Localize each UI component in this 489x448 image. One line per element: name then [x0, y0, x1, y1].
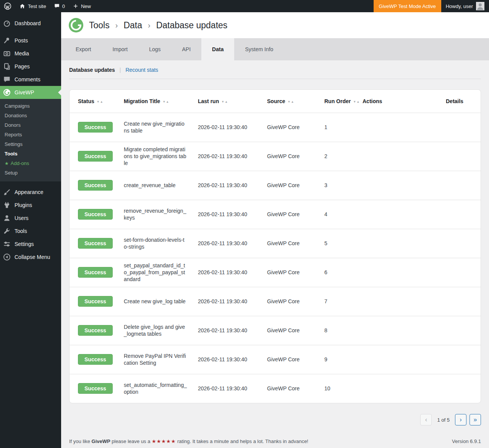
run-order-cell: 4 [316, 200, 354, 229]
sidebar-item-appearance[interactable]: Appearance [0, 186, 61, 199]
sidebar-item-comments[interactable]: Comments [0, 73, 61, 86]
sidebar-item-users[interactable]: Users [0, 212, 61, 225]
site-name: Test site [28, 3, 46, 9]
breadcrumb-current-page: Database updates [156, 20, 228, 31]
site-name-menu[interactable]: Test site [15, 0, 50, 12]
sidebar-item-label: Settings [15, 241, 34, 247]
run-order-cell: 8 [316, 316, 354, 345]
migrations-tbody: Success Create new give_migrations table… [70, 113, 481, 403]
migration-row: Success remove_revenue_foreign_keys 2026… [70, 200, 481, 229]
column-header-last-run[interactable]: Last run▼▲ [189, 90, 259, 113]
givewp-submenu: Campaigns Donations Donors Reports Setti… [0, 99, 61, 181]
tab-api[interactable]: API [172, 38, 202, 60]
avatar [476, 2, 484, 10]
pin-icon [3, 37, 11, 44]
source-cell: GiveWP Core [259, 258, 316, 287]
givewp-submenu-item-setup[interactable]: Setup [0, 168, 61, 178]
run-order-cell: 2 [316, 142, 354, 171]
tab-bar: Export Import Logs API Data System Info [61, 38, 489, 60]
migration-row: Success Create new give_log table 2026-0… [70, 287, 481, 316]
sort-icon: ▼▲ [287, 100, 294, 104]
tab-export[interactable]: Export [65, 38, 102, 60]
column-header-migration-title[interactable]: Migration Title▼▲ [115, 90, 189, 113]
sidebar-item-pages[interactable]: Pages [0, 60, 61, 73]
status-badge: Success [78, 354, 113, 365]
data-tab-content: Database updates | Recount stats Status▼… [61, 60, 489, 448]
givewp-submenu-item-add-ons[interactable]: ★Add-ons [0, 158, 61, 168]
actions-cell [354, 113, 437, 142]
subnav-divider: | [120, 67, 121, 73]
submenu-label: Add-ons [11, 160, 29, 166]
migration-title-cell: create_revenue_table [115, 171, 189, 200]
run-order-cell: 5 [316, 229, 354, 258]
menu-separator [0, 30, 61, 34]
version-text: Version 6.9.1 [452, 438, 481, 444]
migration-title-cell: remove_revenue_foreign_keys [115, 200, 189, 229]
comments-menu[interactable]: 0 [50, 0, 69, 12]
next-page-button[interactable]: › [455, 414, 466, 425]
new-content-menu[interactable]: New [69, 0, 95, 12]
breadcrumb-tools[interactable]: Tools [89, 20, 110, 31]
migration-row: Success create_revenue_table 2026-02-11 … [70, 171, 481, 200]
sidebar-item-label: Posts [15, 37, 28, 44]
rating-stars-link[interactable]: ★★★★★ [152, 438, 176, 444]
status-cell: Success [70, 171, 115, 200]
source-cell: GiveWP Core [259, 200, 316, 229]
column-header-status[interactable]: Status▼▲ [70, 90, 115, 113]
migration-row: Success set_paypal_standard_id_to_paypal… [70, 258, 481, 287]
last-run-cell: 2026-02-11 19:30:40 [189, 287, 259, 316]
home-icon [19, 3, 26, 10]
collapse-menu-button[interactable]: Collapse Menu [0, 251, 61, 264]
subnav-database-updates[interactable]: Database updates [69, 67, 115, 73]
details-cell [437, 287, 481, 316]
status-badge: Success [78, 209, 113, 220]
last-run-cell: 2026-02-11 19:30:40 [189, 374, 259, 403]
prev-page-button[interactable]: ‹ [420, 414, 432, 425]
sidebar-item-posts[interactable]: Posts [0, 34, 61, 47]
source-cell: GiveWP Core [259, 142, 316, 171]
givewp-submenu-item-tools[interactable]: Tools [0, 149, 61, 158]
column-header-run-order[interactable]: Run Order▼▲ [316, 90, 354, 113]
status-cell: Success [70, 200, 115, 229]
givewp-submenu-item-campaigns[interactable]: Campaigns [0, 101, 61, 111]
column-label: Migration Title [124, 98, 160, 104]
footer-text: please leave us a [110, 438, 152, 444]
submenu-label: Settings [5, 141, 23, 147]
test-mode-badge[interactable]: GiveWP Test Mode Active [374, 0, 441, 12]
tab-logs[interactable]: Logs [138, 38, 171, 60]
sidebar-item-tools[interactable]: Tools [0, 225, 61, 238]
sidebar-item-plugins[interactable]: Plugins [0, 199, 61, 212]
details-cell [437, 200, 481, 229]
givewp-submenu-item-settings[interactable]: Settings [0, 139, 61, 149]
run-order-cell: 7 [316, 287, 354, 316]
status-badge: Success [78, 383, 113, 394]
actions-cell [354, 258, 437, 287]
migration-row: Success Create new give_migrations table… [70, 113, 481, 142]
column-label: Actions [363, 98, 382, 104]
last-run-cell: 2026-02-11 19:30:40 [189, 345, 259, 374]
tab-system-info[interactable]: System Info [234, 38, 284, 60]
column-header-source[interactable]: Source▼▲ [259, 90, 316, 113]
givewp-submenu-item-donors[interactable]: Donors [0, 120, 61, 130]
breadcrumb-data[interactable]: Data [123, 20, 142, 31]
tab-data[interactable]: Data [201, 38, 234, 60]
source-cell: GiveWP Core [259, 229, 316, 258]
givewp-submenu-item-reports[interactable]: Reports [0, 130, 61, 139]
user-account-menu[interactable]: Howdy, user [441, 2, 489, 10]
sidebar-item-dashboard[interactable]: Dashboard [0, 17, 61, 30]
run-order-cell: 1 [316, 113, 354, 142]
givewp-submenu-item-donations[interactable]: Donations [0, 111, 61, 120]
comment-bubble-icon [54, 3, 60, 9]
last-page-button[interactable]: » [470, 414, 481, 425]
sidebar-item-label: Users [15, 215, 29, 221]
users-icon [3, 214, 11, 222]
tab-import[interactable]: Import [102, 38, 138, 60]
sidebar-item-settings[interactable]: Settings [0, 238, 61, 251]
subnav-recount-stats-link[interactable]: Recount stats [125, 67, 158, 73]
migration-row: Success set_automatic_formatting_option … [70, 374, 481, 403]
migration-title-cell: Remove PayPal IPN Verification Setting [115, 345, 189, 374]
sidebar-item-media[interactable]: Media [0, 47, 61, 60]
sidebar-item-givewp[interactable]: GiveWP [0, 86, 61, 99]
details-cell [437, 142, 481, 171]
wordpress-logo[interactable] [0, 0, 15, 12]
